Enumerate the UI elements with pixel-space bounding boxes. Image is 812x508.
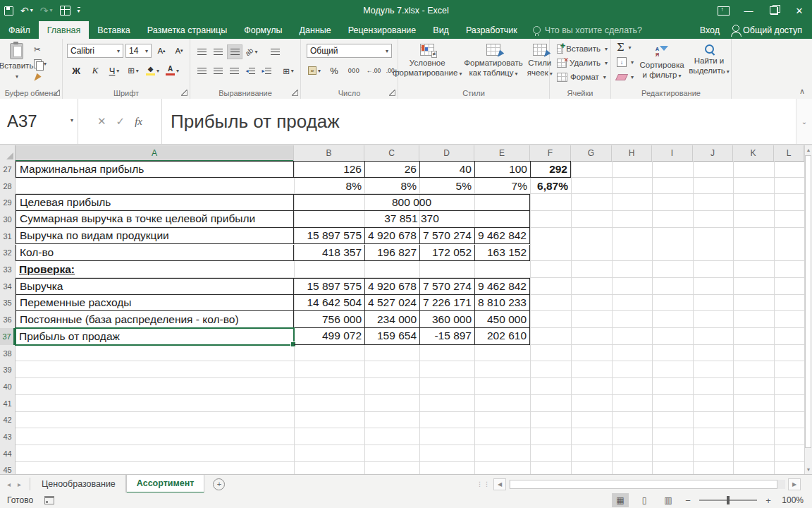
cell-A36[interactable]: Постоянные (база распределения - кол-во) bbox=[16, 311, 294, 328]
share-button[interactable]: Общий доступ bbox=[732, 25, 802, 35]
sort-filter-button[interactable]: АЯ Сортировка и фильтр▾ bbox=[636, 40, 687, 85]
row-header-43[interactable]: 43 bbox=[0, 428, 15, 445]
normal-view-button[interactable]: ▦ bbox=[612, 493, 629, 507]
cell-D31[interactable]: 7 570 274 bbox=[419, 228, 474, 245]
tab-Вид[interactable]: Вид bbox=[424, 21, 457, 39]
column-header-F[interactable]: F bbox=[530, 145, 571, 161]
column-header-I[interactable]: I bbox=[652, 145, 693, 161]
tab-Главная[interactable]: Главная bbox=[39, 21, 90, 39]
tab-Данные[interactable]: Данные bbox=[291, 21, 340, 39]
cell-B29[interactable]: 800 000 bbox=[294, 194, 530, 211]
tab-Рецензирование[interactable]: Рецензирование bbox=[340, 21, 425, 39]
sign-in-button[interactable]: Вход bbox=[700, 25, 720, 35]
row-header-28[interactable]: 28 bbox=[0, 178, 15, 195]
select-all-corner[interactable] bbox=[0, 145, 16, 161]
cell-B27[interactable]: 126 bbox=[294, 161, 364, 178]
column-header-B[interactable]: B bbox=[294, 145, 364, 161]
cell-C35[interactable]: 4 527 024 bbox=[364, 295, 419, 312]
conditional-formatting-button[interactable]: ≠ Условное форматирование▾ bbox=[395, 39, 460, 86]
close-icon[interactable]: ✕ bbox=[787, 0, 812, 21]
format-as-table-button[interactable]: Форматировать как таблицу▾ bbox=[464, 39, 522, 86]
number-format-combo[interactable]: Общий▾ bbox=[307, 44, 392, 58]
cell-E35[interactable]: 8 810 233 bbox=[474, 295, 530, 312]
align-left-button[interactable] bbox=[195, 64, 209, 78]
tab-Вставка[interactable]: Вставка bbox=[89, 21, 138, 39]
row-header-31[interactable]: 31 bbox=[0, 228, 15, 245]
cell-D32[interactable]: 172 052 bbox=[419, 245, 474, 262]
scroll-left-icon[interactable]: ◀ bbox=[493, 478, 506, 490]
vertical-scrollbar[interactable]: ▲ ▼ bbox=[804, 145, 812, 474]
cell-D35[interactable]: 7 226 171 bbox=[419, 295, 474, 312]
tab-Разметка страницы[interactable]: Разметка страницы bbox=[139, 21, 235, 39]
cell-B28[interactable]: 8% bbox=[294, 178, 364, 195]
row-header-35[interactable]: 35 bbox=[0, 295, 15, 312]
qat-grid-icon[interactable] bbox=[60, 6, 70, 16]
cell-E34[interactable]: 9 462 842 bbox=[474, 278, 530, 295]
column-header-D[interactable]: D bbox=[419, 145, 474, 161]
paste-button[interactable]: Вставить▾ bbox=[0, 39, 32, 85]
restore-icon[interactable] bbox=[761, 0, 787, 21]
orientation-button[interactable]: ab▾ bbox=[245, 45, 259, 59]
font-name-combo[interactable]: Calibri▾ bbox=[67, 44, 123, 58]
cell-A35[interactable]: Переменные расходы bbox=[16, 295, 294, 312]
cell-B31[interactable]: 15 897 575 bbox=[294, 228, 364, 245]
tell-me-box[interactable]: Что вы хотите сделать? bbox=[526, 21, 649, 39]
page-break-view-button[interactable]: ▥ bbox=[660, 493, 677, 507]
cut-button[interactable]: ✂ bbox=[32, 43, 48, 56]
find-select-button[interactable]: Найти и выделить▾ bbox=[687, 40, 731, 87]
row-header-45[interactable]: 45 bbox=[0, 462, 15, 474]
cell-B34[interactable]: 15 897 575 bbox=[294, 278, 364, 295]
cell-E28[interactable]: 7% bbox=[474, 178, 530, 195]
name-box-dropdown-icon[interactable]: ▾ bbox=[70, 117, 73, 123]
align-middle-button[interactable] bbox=[211, 45, 225, 59]
cell-F28[interactable]: 6,87% bbox=[530, 178, 571, 195]
cell-D36[interactable]: 360 000 bbox=[419, 311, 474, 328]
splitter-dots-icon[interactable]: ⋮⋮ bbox=[476, 480, 491, 488]
comma-style-button[interactable]: 000 bbox=[346, 64, 362, 78]
cells-area[interactable]: Маржинальная прибыль12626401002928%8%5%7… bbox=[16, 161, 804, 474]
cell-C28[interactable]: 8% bbox=[364, 178, 419, 195]
tab-Формулы[interactable]: Формулы bbox=[235, 21, 290, 39]
increase-decimal-button[interactable]: ←.00 bbox=[366, 64, 381, 78]
clipboard-dialog-launcher-icon[interactable] bbox=[54, 90, 60, 96]
copy-button[interactable]: ▾ bbox=[32, 57, 48, 70]
scroll-up-icon[interactable]: ▲ bbox=[805, 145, 812, 155]
macro-record-icon[interactable] bbox=[44, 496, 54, 504]
minimize-icon[interactable]: — bbox=[736, 0, 761, 21]
cell-A33[interactable]: Проверка: bbox=[16, 261, 294, 278]
cell-A32[interactable]: Кол-во bbox=[16, 245, 294, 262]
column-header-G[interactable]: G bbox=[571, 145, 612, 161]
row-header-32[interactable]: 32 bbox=[0, 245, 15, 262]
alignment-dialog-launcher-icon[interactable] bbox=[292, 90, 298, 96]
row-header-30[interactable]: 30 bbox=[0, 211, 15, 228]
tab-Разработчик[interactable]: Разработчик bbox=[457, 21, 526, 39]
row-header-34[interactable]: 34 bbox=[0, 278, 15, 295]
cell-A27[interactable]: Маржинальная прибыль bbox=[16, 161, 294, 178]
ribbon-display-options-icon[interactable] bbox=[710, 0, 736, 21]
wrap-text-button[interactable] bbox=[268, 45, 282, 59]
cell-E36[interactable]: 450 000 bbox=[474, 311, 530, 328]
row-header-38[interactable]: 38 bbox=[0, 345, 15, 362]
row-header-41[interactable]: 41 bbox=[0, 395, 15, 412]
cancel-icon[interactable]: ✕ bbox=[97, 115, 106, 128]
new-sheet-button[interactable]: + bbox=[204, 475, 233, 493]
undo-icon[interactable]: ↶▾ bbox=[20, 6, 33, 16]
cell-C27[interactable]: 26 bbox=[364, 161, 419, 178]
column-header-J[interactable]: J bbox=[693, 145, 733, 161]
borders-button[interactable]: ⊞▾ bbox=[125, 64, 141, 78]
accounting-format-button[interactable]: ¤▾ bbox=[307, 64, 322, 78]
insert-function-icon[interactable]: fx bbox=[135, 116, 142, 128]
font-dialog-launcher-icon[interactable] bbox=[181, 90, 187, 96]
cell-A30[interactable]: Суммарная выручка в точке целевой прибыл… bbox=[16, 211, 294, 228]
italic-button[interactable]: К bbox=[87, 64, 103, 78]
expand-formula-bar-icon[interactable]: ⌄ bbox=[796, 99, 812, 144]
autosum-button[interactable]: Σ▾ bbox=[614, 40, 636, 54]
row-header-36[interactable]: 36 bbox=[0, 311, 15, 328]
align-center-button[interactable] bbox=[211, 64, 225, 78]
column-header-L[interactable]: L bbox=[774, 145, 804, 161]
merge-center-button[interactable]: ⊞▾ bbox=[281, 64, 295, 78]
zoom-slider[interactable] bbox=[699, 500, 757, 501]
cell-C37[interactable]: 159 654 bbox=[364, 328, 419, 345]
row-header-39[interactable]: 39 bbox=[0, 361, 15, 378]
format-cells-button[interactable]: Формат▾ bbox=[554, 70, 610, 84]
